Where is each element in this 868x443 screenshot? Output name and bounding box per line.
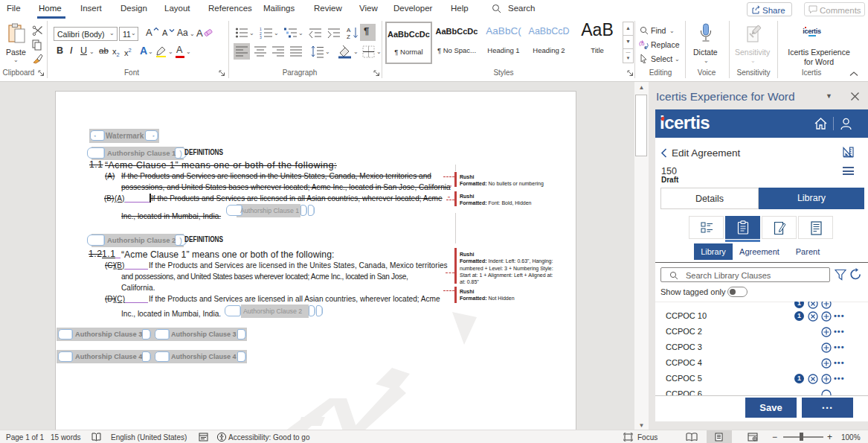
svg-text:3: 3 xyxy=(260,35,262,39)
svg-text:Z: Z xyxy=(347,34,350,39)
svg-text:A: A xyxy=(347,27,351,34)
